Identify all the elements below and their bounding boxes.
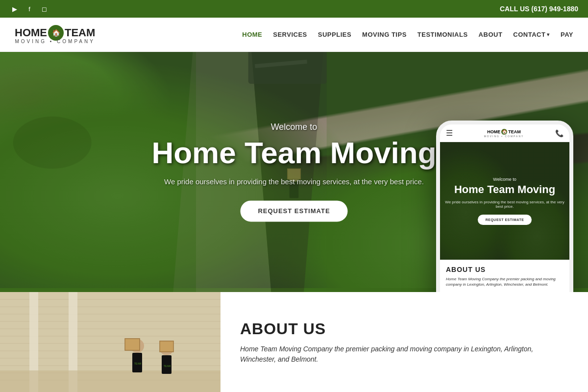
main-nav: HOME SERVICES SUPPLIES MOVING TIPS TESTI… (242, 31, 573, 38)
mobile-hero: Welcome to Home Team Moving We pride our… (440, 142, 569, 260)
mobile-about-body: Two clear indicators of a great moving c… (446, 291, 564, 292)
mobile-about-section: ABOUT US Home Team Moving Company the pr… (440, 260, 569, 292)
hero-content: Welcome to Home Team Moving We pride our… (151, 122, 436, 221)
mobile-request-estimate-button[interactable]: REQUEST ESTIMATE (478, 215, 532, 225)
mobile-hero-subtitle: We pride ourselves in providing the best… (445, 200, 564, 209)
nav-about[interactable]: ABOUT (479, 31, 503, 38)
nav-contact[interactable]: CONTACT ▾ (513, 31, 550, 38)
youtube-icon[interactable]: ▶ (10, 4, 20, 14)
about-image: TEAM TEAM (0, 292, 220, 392)
about-section: TEAM TEAM ABOUT US Home Team Moving Comp… (0, 292, 588, 392)
nav-testimonials[interactable]: TESTIMONIALS (417, 31, 468, 38)
mobile-hamburger-icon[interactable]: ☰ (446, 128, 453, 138)
svg-rect-5 (248, 52, 327, 84)
hero-welcome-text: Welcome to (151, 122, 436, 132)
svg-rect-32 (125, 339, 140, 350)
mobile-topbar: ☰ HOME 🏠 TEAM MOVING • COMPANY 📞 (440, 124, 569, 142)
nav-contact-label: CONTACT (513, 31, 545, 38)
mobile-hero-welcome: Welcome to (493, 177, 516, 182)
site-header: HOME 🏠 TEAM MOVING • COMPANY HOME SERVIC… (0, 18, 588, 52)
nav-supplies[interactable]: SUPPLIES (318, 31, 351, 38)
svg-text:TEAM: TEAM (134, 362, 141, 365)
hero-subtitle: We pride ourselves in providing the best… (151, 178, 436, 186)
svg-text:TEAM: TEAM (164, 365, 171, 368)
nav-pay[interactable]: PAY (561, 31, 573, 38)
nav-moving-tips[interactable]: MOVING TIPS (362, 31, 407, 38)
svg-point-12 (13, 117, 92, 169)
facebook-icon[interactable]: f (24, 4, 34, 14)
hero-section: Welcome to Home Team Moving We pride our… (0, 52, 588, 292)
about-content: ABOUT US Home Team Moving Company the pr… (220, 292, 588, 392)
svg-rect-35 (160, 341, 173, 352)
instagram-icon[interactable]: ◻ (39, 4, 49, 14)
social-links: ▶ f ◻ (10, 4, 49, 14)
hero-title: Home Team Moving (151, 136, 436, 170)
nav-home[interactable]: HOME (242, 31, 262, 38)
top-bar: ▶ f ◻ CALL US (617) 949-1880 (0, 0, 588, 18)
about-description: Home Team Moving Company the premier pac… (240, 344, 568, 365)
logo-subtitle: MOVING • COMPANY (15, 39, 95, 44)
mobile-about-italic: Home Team Moving Company the premier pac… (446, 276, 564, 287)
request-estimate-button[interactable]: REQUEST ESTIMATE (240, 201, 347, 222)
logo-home: HOME (15, 26, 47, 39)
nav-services[interactable]: SERVICES (273, 31, 307, 38)
chevron-down-icon: ▾ (547, 32, 550, 37)
phone-number[interactable]: CALL US (617) 949-1880 (500, 5, 578, 13)
mobile-mockup: ☰ HOME 🏠 TEAM MOVING • COMPANY 📞 Welcome… (436, 121, 573, 292)
logo-team: TEAM (65, 26, 95, 39)
mobile-about-title: ABOUT US (446, 266, 564, 273)
mobile-hero-title: Home Team Moving (454, 184, 555, 196)
mobile-logo: HOME 🏠 TEAM MOVING • COMPANY (484, 129, 524, 138)
about-title: ABOUT US (240, 320, 568, 338)
logo[interactable]: HOME 🏠 TEAM MOVING • COMPANY (15, 25, 95, 44)
svg-rect-29 (0, 370, 220, 392)
mobile-phone-icon[interactable]: 📞 (555, 129, 564, 137)
